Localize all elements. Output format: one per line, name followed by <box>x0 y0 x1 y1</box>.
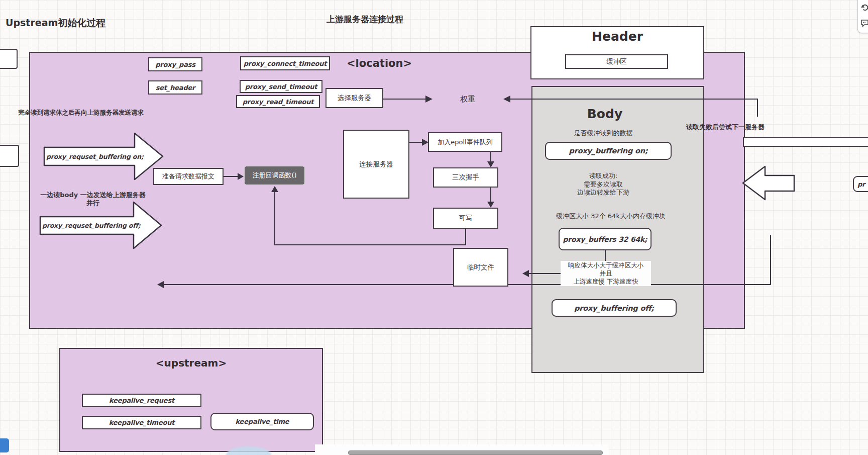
side-toolbar <box>857 0 868 33</box>
comment-icon[interactable] <box>860 19 868 28</box>
node-temp-file[interactable]: 临时文件 <box>453 248 508 287</box>
note-retry-next-server: 读取失败后尝试下一服务器 <box>686 123 765 132</box>
node-keepalive-time[interactable]: keepalive_time <box>210 413 314 430</box>
scrollbar-thumb[interactable] <box>348 450 603 455</box>
node-epoll-queue[interactable]: 加入epoll事件队列 <box>428 132 502 152</box>
node-proxy-read-timeout[interactable]: proxy_read_timeout <box>236 95 320 108</box>
node-proxy-connect-timeout[interactable]: proxy_connect_timeout <box>240 56 330 70</box>
node-connect-server[interactable]: 连接服务器 <box>343 130 409 199</box>
body-title: Body <box>529 107 680 121</box>
note-parallel-line1: 一边读body 一边发送给上游服务器 <box>30 191 156 199</box>
browser-blue-icon[interactable] <box>0 438 9 452</box>
node-select-server[interactable]: 选择服务器 <box>325 88 383 108</box>
partial-left-box-mid[interactable] <box>0 145 19 167</box>
weight-label: 权重 <box>460 95 475 104</box>
block-arrow-left[interactable] <box>743 166 794 200</box>
node-prepare-request[interactable]: 准备请求数据报文 <box>153 168 224 185</box>
note-full-read: 完全读到请求体之后再向上游服务器发送请求 <box>18 109 144 117</box>
note-read-success-line1: 读取成功: <box>528 172 679 180</box>
node-proxy-buffering-off[interactable]: proxy_buffering off; <box>552 299 677 317</box>
node-register-callback[interactable]: 注册回调函数() <box>244 166 305 185</box>
partial-proxy-box[interactable]: pr <box>853 176 868 192</box>
note-parallel: 一边读body 一边发送给上游服务器 并行 <box>30 191 156 207</box>
node-header-buffer[interactable]: 缓冲区 <box>565 54 668 69</box>
note-read-success: 读取成功: 需要多次读取 边读边转发给下游 <box>528 172 679 197</box>
label-buffering-off: proxy_requset_buffering off; <box>42 222 133 229</box>
page-title-left: Upstream初始化过程 <box>6 17 105 30</box>
node-set-header[interactable]: set_header <box>148 80 202 95</box>
note-buffer-size: 缓冲区大小 32个 64k大小内存缓冲块 <box>535 212 686 221</box>
diagram-canvas: Upstream初始化过程 上游服务器连接过程 <location> proxy… <box>0 0 868 455</box>
header-title: Header <box>530 29 704 44</box>
note-condition-line1: 响应体大小大于缓冲区大小 <box>561 261 651 269</box>
node-handshake[interactable]: 三次握手 <box>433 167 498 188</box>
note-condition: 响应体大小大于缓冲区大小 并且 上游速度慢 下游速度快 <box>561 261 651 286</box>
partial-white-bar[interactable] <box>743 137 868 147</box>
note-read-success-line3: 边读边转发给下游 <box>528 189 679 197</box>
node-keepalive-request[interactable]: keepalive_request <box>82 394 201 407</box>
node-writable[interactable]: 可写 <box>433 208 498 229</box>
label-buffering-on: proxy_requset_buffering on; <box>46 153 135 160</box>
location-label: <location> <box>347 57 412 69</box>
body-question: 是否缓冲读到的数据 <box>528 129 679 138</box>
partial-left-box-top[interactable] <box>0 49 18 69</box>
note-parallel-line2: 并行 <box>30 199 156 207</box>
node-proxy-buffering-on[interactable]: proxy_buffering on; <box>545 142 672 160</box>
node-proxy-send-timeout[interactable]: proxy_send_timeout <box>240 80 322 93</box>
upstream-label: <upstream> <box>59 357 323 369</box>
node-proxy-buffers[interactable]: proxy_buffers 32 64k; <box>559 228 652 250</box>
page-title-center: 上游服务器连接过程 <box>327 14 403 25</box>
note-condition-line3: 上游速度慢 下游速度快 <box>561 278 651 286</box>
note-read-success-line2: 需要多次读取 <box>528 180 679 189</box>
refresh-icon[interactable] <box>860 3 868 12</box>
note-condition-line2: 并且 <box>561 269 651 278</box>
node-proxy-pass[interactable]: proxy_pass <box>148 57 202 71</box>
node-keepalive-timeout[interactable]: keepalive_timeout <box>82 416 201 429</box>
